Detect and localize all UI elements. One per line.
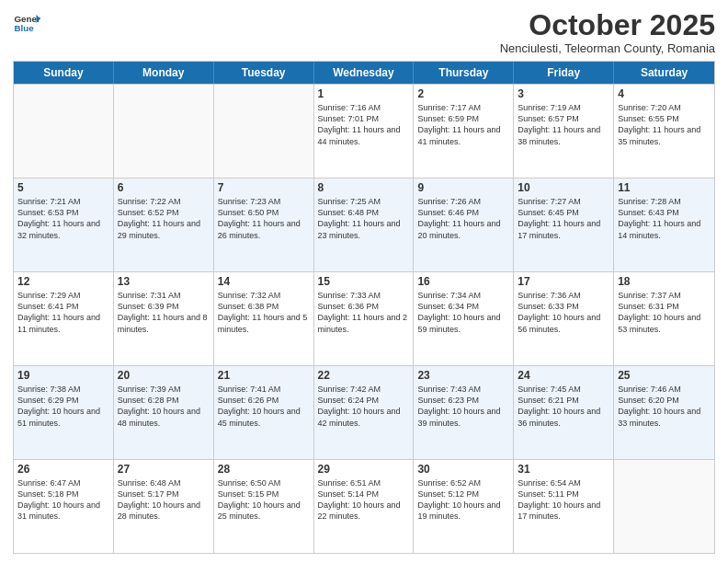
day-info: Sunrise: 7:37 AM Sunset: 6:31 PM Dayligh… [618,290,711,335]
day-number: 14 [218,275,310,288]
day-cell-31: 31Sunrise: 6:54 AM Sunset: 5:11 PM Dayli… [514,460,614,553]
day-info: Sunrise: 7:41 AM Sunset: 6:26 PM Dayligh… [218,384,310,429]
day-cell-24: 24Sunrise: 7:45 AM Sunset: 6:21 PM Dayli… [514,366,614,459]
day-number: 8 [318,181,410,194]
day-number: 27 [118,463,210,476]
week-row-3: 19Sunrise: 7:38 AM Sunset: 6:29 PM Dayli… [14,365,714,459]
day-info: Sunrise: 6:47 AM Sunset: 5:18 PM Dayligh… [17,477,109,523]
day-cell-8: 8Sunrise: 7:25 AM Sunset: 6:48 PM Daylig… [314,178,415,271]
title-block: October 2025 Nenciulesti, Teleorman Coun… [500,9,715,55]
day-cell-19: 19Sunrise: 7:38 AM Sunset: 6:29 PM Dayli… [14,366,114,459]
day-info: Sunrise: 7:38 AM Sunset: 6:29 PM Dayligh… [17,384,109,429]
day-number: 11 [618,181,711,194]
week-row-4: 26Sunrise: 6:47 AM Sunset: 5:18 PM Dayli… [14,459,714,553]
day-cell-28: 28Sunrise: 6:50 AM Sunset: 5:15 PM Dayli… [214,460,314,553]
day-info: Sunrise: 6:54 AM Sunset: 5:11 PM Dayligh… [518,477,609,523]
day-number: 19 [17,369,109,382]
header: General Blue October 2025 Nenciulesti, T… [13,9,715,55]
day-cell-1: 1Sunrise: 7:16 AM Sunset: 7:01 PM Daylig… [314,85,415,178]
day-info: Sunrise: 7:19 AM Sunset: 6:57 PM Dayligh… [518,102,609,147]
header-day-wednesday: Wednesday [314,62,415,84]
day-number: 21 [218,369,310,382]
day-number: 10 [518,181,609,194]
day-info: Sunrise: 6:52 AM Sunset: 5:12 PM Dayligh… [417,477,509,523]
day-number: 2 [417,87,509,100]
empty-cell [14,85,114,178]
day-number: 7 [218,181,310,194]
day-cell-16: 16Sunrise: 7:34 AM Sunset: 6:34 PM Dayli… [414,272,514,365]
day-info: Sunrise: 7:20 AM Sunset: 6:55 PM Dayligh… [618,102,711,147]
day-number: 24 [518,369,609,382]
day-info: Sunrise: 6:51 AM Sunset: 5:14 PM Dayligh… [318,477,410,523]
header-day-sunday: Sunday [14,62,114,84]
svg-text:Blue: Blue [15,23,35,33]
day-info: Sunrise: 6:48 AM Sunset: 5:17 PM Dayligh… [118,477,210,523]
day-cell-13: 13Sunrise: 7:31 AM Sunset: 6:39 PM Dayli… [114,272,214,365]
day-number: 22 [318,369,410,382]
day-info: Sunrise: 7:39 AM Sunset: 6:28 PM Dayligh… [118,384,210,429]
day-number: 13 [118,275,210,288]
day-info: Sunrise: 7:46 AM Sunset: 6:20 PM Dayligh… [618,384,711,429]
day-number: 4 [618,87,711,100]
day-number: 25 [618,369,711,382]
day-info: Sunrise: 7:27 AM Sunset: 6:45 PM Dayligh… [518,196,609,241]
day-number: 30 [417,463,509,476]
day-info: Sunrise: 7:42 AM Sunset: 6:24 PM Dayligh… [318,384,410,429]
day-number: 1 [318,87,410,100]
calendar: SundayMondayTuesdayWednesdayThursdayFrid… [13,61,715,554]
day-number: 28 [218,463,310,476]
header-day-saturday: Saturday [614,62,714,84]
day-cell-26: 26Sunrise: 6:47 AM Sunset: 5:18 PM Dayli… [14,460,114,553]
day-cell-6: 6Sunrise: 7:22 AM Sunset: 6:52 PM Daylig… [114,178,214,271]
day-cell-12: 12Sunrise: 7:29 AM Sunset: 6:41 PM Dayli… [14,272,114,365]
day-cell-4: 4Sunrise: 7:20 AM Sunset: 6:55 PM Daylig… [614,85,714,178]
page: General Blue October 2025 Nenciulesti, T… [0,0,728,563]
day-number: 29 [318,463,410,476]
day-number: 6 [118,181,210,194]
day-number: 9 [417,181,509,194]
day-cell-10: 10Sunrise: 7:27 AM Sunset: 6:45 PM Dayli… [514,178,614,271]
header-day-monday: Monday [114,62,214,84]
week-row-1: 5Sunrise: 7:21 AM Sunset: 6:53 PM Daylig… [14,178,714,271]
empty-cell [114,85,214,178]
day-cell-15: 15Sunrise: 7:33 AM Sunset: 6:36 PM Dayli… [314,272,415,365]
day-info: Sunrise: 7:34 AM Sunset: 6:34 PM Dayligh… [417,290,509,335]
day-info: Sunrise: 7:45 AM Sunset: 6:21 PM Dayligh… [518,384,609,429]
day-cell-29: 29Sunrise: 6:51 AM Sunset: 5:14 PM Dayli… [314,460,415,553]
day-info: Sunrise: 7:29 AM Sunset: 6:41 PM Dayligh… [17,290,109,335]
day-cell-23: 23Sunrise: 7:43 AM Sunset: 6:23 PM Dayli… [414,366,514,459]
day-cell-2: 2Sunrise: 7:17 AM Sunset: 6:59 PM Daylig… [414,85,514,178]
location: Nenciulesti, Teleorman County, Romania [500,41,715,55]
day-info: Sunrise: 7:31 AM Sunset: 6:39 PM Dayligh… [118,290,210,335]
day-number: 26 [17,463,109,476]
header-day-tuesday: Tuesday [214,62,314,84]
day-cell-11: 11Sunrise: 7:28 AM Sunset: 6:43 PM Dayli… [614,178,714,271]
day-number: 20 [118,369,210,382]
day-info: Sunrise: 7:21 AM Sunset: 6:53 PM Dayligh… [17,196,109,241]
day-cell-27: 27Sunrise: 6:48 AM Sunset: 5:17 PM Dayli… [114,460,214,553]
day-info: Sunrise: 7:23 AM Sunset: 6:50 PM Dayligh… [218,196,310,241]
day-cell-18: 18Sunrise: 7:37 AM Sunset: 6:31 PM Dayli… [614,272,714,365]
day-number: 17 [518,275,609,288]
logo-icon: General Blue [13,9,40,37]
day-cell-14: 14Sunrise: 7:32 AM Sunset: 6:38 PM Dayli… [214,272,314,365]
week-row-0: 1Sunrise: 7:16 AM Sunset: 7:01 PM Daylig… [14,84,714,178]
day-cell-3: 3Sunrise: 7:19 AM Sunset: 6:57 PM Daylig… [514,85,614,178]
day-cell-17: 17Sunrise: 7:36 AM Sunset: 6:33 PM Dayli… [514,272,614,365]
day-info: Sunrise: 7:43 AM Sunset: 6:23 PM Dayligh… [417,384,509,429]
day-info: Sunrise: 7:32 AM Sunset: 6:38 PM Dayligh… [218,290,310,335]
day-number: 31 [518,463,609,476]
day-info: Sunrise: 7:22 AM Sunset: 6:52 PM Dayligh… [118,196,210,241]
day-number: 23 [417,369,509,382]
day-number: 15 [318,275,410,288]
day-number: 12 [17,275,109,288]
day-number: 18 [618,275,711,288]
day-info: Sunrise: 7:16 AM Sunset: 7:01 PM Dayligh… [318,102,410,147]
day-cell-25: 25Sunrise: 7:46 AM Sunset: 6:20 PM Dayli… [614,366,714,459]
day-info: Sunrise: 7:33 AM Sunset: 6:36 PM Dayligh… [318,290,410,335]
day-number: 5 [17,181,109,194]
day-cell-21: 21Sunrise: 7:41 AM Sunset: 6:26 PM Dayli… [214,366,314,459]
day-info: Sunrise: 7:25 AM Sunset: 6:48 PM Dayligh… [318,196,410,241]
day-cell-20: 20Sunrise: 7:39 AM Sunset: 6:28 PM Dayli… [114,366,214,459]
day-cell-22: 22Sunrise: 7:42 AM Sunset: 6:24 PM Dayli… [314,366,415,459]
